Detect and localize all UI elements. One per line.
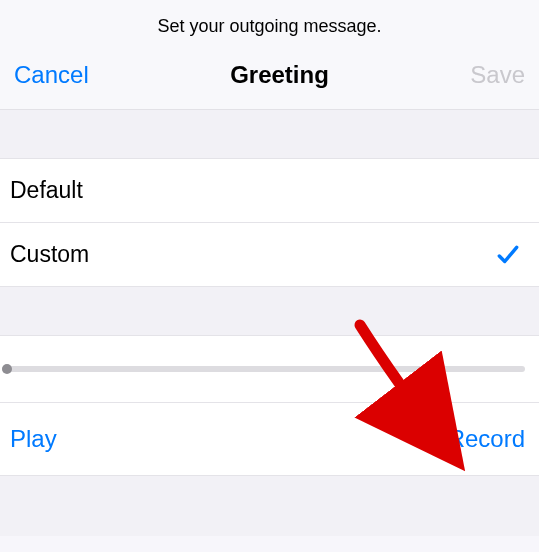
cancel-button[interactable]: Cancel [14,61,89,89]
option-custom-row[interactable]: Custom [0,223,539,286]
playback-slider-handle[interactable] [2,364,12,374]
option-default-label: Default [10,177,83,204]
playback-slider[interactable] [2,366,525,372]
bottom-spacer [0,476,539,536]
section-spacer [0,110,539,158]
option-custom-label: Custom [10,241,89,268]
playback-slider-row [0,335,539,403]
navbar: Cancel Greeting Save [0,61,539,110]
checkmark-icon [495,242,521,268]
greeting-options-list: Default Custom [0,158,539,287]
record-button[interactable]: Record [448,425,525,453]
page-title: Greeting [230,61,329,89]
play-button[interactable]: Play [10,425,57,453]
subtitle-text: Set your outgoing message. [0,0,539,61]
save-button: Save [470,61,525,89]
section-spacer [0,287,539,335]
option-default-row[interactable]: Default [0,159,539,223]
playback-actions-row: Play Record [0,403,539,476]
